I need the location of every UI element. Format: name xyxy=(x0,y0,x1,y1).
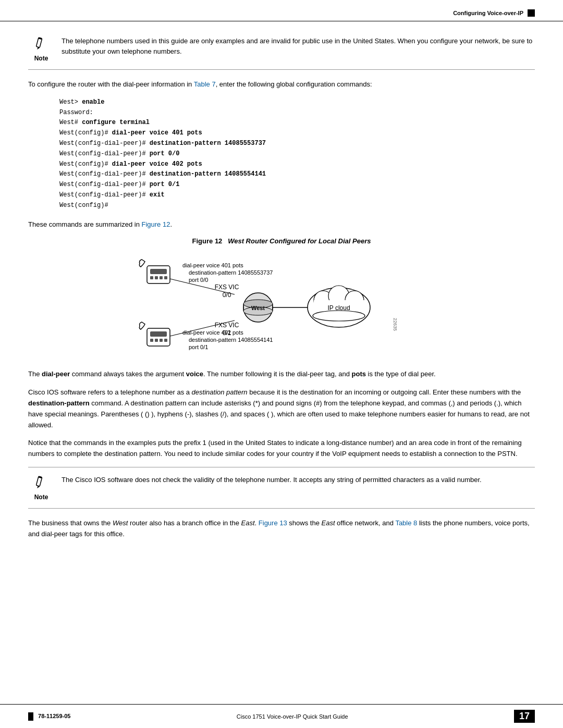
figure-caption-12: Figure 12 West Router Configured for Loc… xyxy=(28,237,535,245)
figure12-link[interactable]: Figure 12 xyxy=(141,220,170,228)
router-label: West xyxy=(251,305,265,311)
phone2-label-line3: port 0/1 xyxy=(189,344,208,350)
para-4: Cisco IOS software refers to a telephone… xyxy=(28,387,535,430)
footer-left: 78-11259-05 xyxy=(28,712,70,721)
code-line-3: West# configure terminal xyxy=(59,118,535,128)
fxs-vic-top-label: FXS VIC xyxy=(215,283,239,291)
cloud-label: IP cloud xyxy=(327,304,350,312)
note-box-2: Note The Cisco IOS software does not che… xyxy=(28,467,535,509)
figure-12-diagram: dial-peer voice 401 pots destination-pat… xyxy=(28,250,535,360)
para2-text-before: These commands are summarized in xyxy=(28,220,141,228)
svg-rect-19 xyxy=(164,339,167,342)
para-5: Notice that the commands in the examples… xyxy=(28,438,535,460)
code-line-11: West(config)# xyxy=(59,201,535,211)
svg-rect-15 xyxy=(150,331,167,337)
code-line-7: West(config)# dial-peer voice 402 pots xyxy=(59,159,535,170)
code-cmd-6: port 0/0 xyxy=(150,150,180,157)
code-line-6: West(config-dial-peer)# port 0/0 xyxy=(59,149,535,159)
svg-rect-18 xyxy=(160,339,163,342)
phone1-label-line3: port 0/0 xyxy=(189,277,208,283)
footer-block-icon xyxy=(28,712,33,721)
note-box-1: Note The telephone numbers used in this … xyxy=(28,36,535,70)
note-text-2: The Cisco IOS software does not check th… xyxy=(62,475,535,485)
phone1-label-line2: destination-pattern 14085553737 xyxy=(189,269,273,276)
code-line-10: West(config-dial-peer)# exit xyxy=(59,190,535,201)
page-footer: 78-11259-05 Cisco 1751 Voice-over-IP Qui… xyxy=(0,704,563,728)
phone1-label-line1: dial-peer voice 401 pots xyxy=(182,262,243,268)
code-cmd-4: dial-peer voice 401 pots xyxy=(112,129,202,137)
bold-voice: voice xyxy=(186,370,203,378)
svg-rect-14 xyxy=(147,328,170,346)
header-block-icon xyxy=(528,9,535,17)
code-cmd-9: port 0/1 xyxy=(150,181,180,188)
svg-rect-7 xyxy=(164,276,167,279)
bold-dest-pattern-cmd: destination-pattern xyxy=(28,399,90,407)
pencil-icon-1 xyxy=(34,36,48,54)
para-3: The dial-peer command always takes the a… xyxy=(28,369,535,380)
pencil-icon-2 xyxy=(34,475,48,492)
para1-text-before: To configure the router with the dial-pe… xyxy=(28,80,194,88)
svg-point-13 xyxy=(313,311,365,321)
svg-rect-2 xyxy=(147,266,170,283)
phone1-icon xyxy=(139,260,170,283)
fxs-vic-top-port: 0/0 xyxy=(223,291,231,299)
note-label-2: Note xyxy=(34,493,48,501)
svg-rect-4 xyxy=(150,276,153,279)
diagram-svg: dial-peer voice 401 pots destination-pat… xyxy=(130,250,433,360)
italic-east: East xyxy=(241,519,255,527)
italic-dest-pattern: destination pattern xyxy=(192,388,248,396)
footer-page-number: 17 xyxy=(514,710,535,723)
phone2-label-line1: dial-peer voice 402 pots xyxy=(182,329,243,336)
table7-link[interactable]: Table 7 xyxy=(194,80,216,88)
note-text-1: The telephone numbers used in this guide… xyxy=(62,36,535,56)
footer-page-ref: 78-11259-05 xyxy=(38,712,70,719)
table8-link[interactable]: Table 8 xyxy=(395,519,417,527)
footer-center: Cisco 1751 Voice-over-IP Quick Start Gui… xyxy=(237,713,348,720)
figure-caption-bold: Figure 12 xyxy=(192,237,228,245)
italic-west: West xyxy=(113,519,128,527)
bold-dial-peer: dial-peer xyxy=(42,370,70,378)
page: Configuring Voice-over-IP Note The telep… xyxy=(0,0,563,728)
code-cmd-8: destination-pattern 14085554141 xyxy=(150,170,266,178)
code-cmd-5: destination-pattern 14085553737 xyxy=(150,140,266,147)
note-icon-col-2: Note xyxy=(28,475,54,501)
para-6: The business that owns the West router a… xyxy=(28,518,535,540)
code-block: West> enable Password: West# configure t… xyxy=(59,97,535,211)
code-line-4: West(config)# dial-peer voice 401 pots xyxy=(59,128,535,139)
code-line-8: West(config-dial-peer)# destination-patt… xyxy=(59,169,535,180)
figure13-link[interactable]: Figure 13 xyxy=(259,519,287,527)
italic-east2: East xyxy=(321,519,335,527)
note-icon-col-1: Note xyxy=(28,36,54,62)
code-cmd-10: exit xyxy=(150,191,165,199)
code-cmd-3: configure terminal xyxy=(82,119,150,126)
svg-rect-6 xyxy=(160,276,163,279)
content-area: Note The telephone numbers used in this … xyxy=(0,21,563,568)
fxs-vic-bottom-label: FXS VIC xyxy=(215,322,239,329)
phone2-label-line2: destination-pattern 14085554141 xyxy=(189,337,273,343)
code-line-9: West(config-dial-peer)# port 0/1 xyxy=(59,180,535,190)
para-1: To configure the router with the dial-pe… xyxy=(28,79,535,90)
code-cmd-1: enable xyxy=(82,98,104,106)
code-line-5: West(config-dial-peer)# destination-patt… xyxy=(59,139,535,149)
phone2-icon xyxy=(139,322,170,346)
fxs-vic-bottom-port: 0/1 xyxy=(223,329,231,337)
note-label-1: Note xyxy=(34,55,48,62)
para2-text-after: . xyxy=(170,220,172,228)
para1-text-after: , enter the following global configurati… xyxy=(216,80,372,88)
svg-rect-17 xyxy=(155,339,158,342)
header-title: Configuring Voice-over-IP xyxy=(453,10,523,16)
svg-rect-3 xyxy=(150,269,167,274)
ip-cloud: IP cloud xyxy=(308,286,370,327)
code-line-2: Password: xyxy=(59,108,535,118)
diagram-id: 22635 xyxy=(393,318,398,331)
figure-caption-italic: West Router Configured for Local Dial Pe… xyxy=(228,237,371,245)
bold-pots: pots xyxy=(352,370,366,378)
svg-rect-16 xyxy=(150,339,153,342)
para-2: These commands are summarized in Figure … xyxy=(28,219,535,230)
page-header: Configuring Voice-over-IP xyxy=(0,0,563,21)
code-line-1: West> enable xyxy=(59,97,535,108)
code-cmd-7: dial-peer voice 402 pots xyxy=(112,161,202,168)
svg-rect-5 xyxy=(155,276,158,279)
